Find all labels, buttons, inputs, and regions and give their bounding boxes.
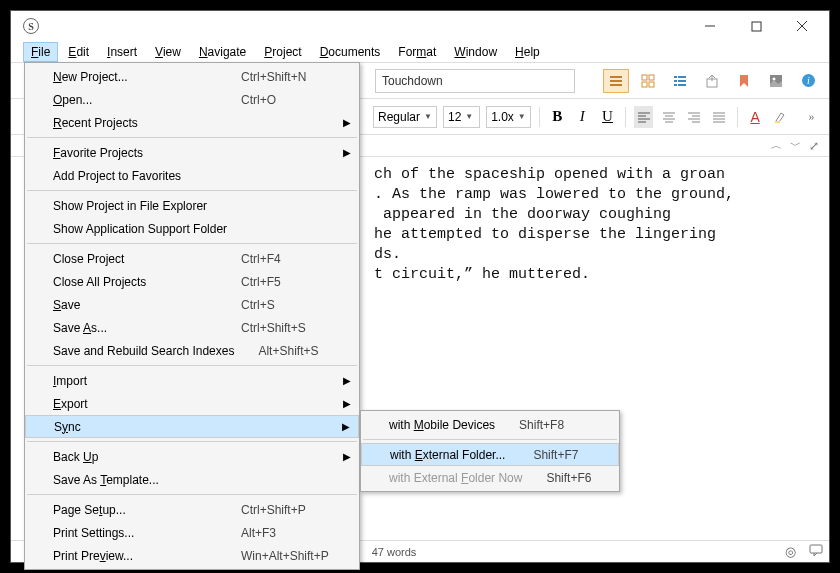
highlight-button[interactable] <box>771 106 790 128</box>
file-menu-item[interactable]: New Project...Ctrl+Shift+N <box>25 65 359 88</box>
file-menu-item[interactable]: Favorite Projects▶ <box>25 141 359 164</box>
svg-rect-7 <box>642 75 647 80</box>
svg-rect-15 <box>674 84 677 86</box>
align-center-button[interactable] <box>659 106 678 128</box>
bookmark-icon[interactable] <box>731 69 757 93</box>
svg-rect-4 <box>610 76 622 78</box>
file-menu-item[interactable]: Sync▶ <box>25 415 359 438</box>
view-mode-outline-icon[interactable] <box>667 69 693 93</box>
target-icon[interactable]: ◎ <box>777 544 803 559</box>
svg-rect-16 <box>678 84 686 86</box>
sync-submenu: with Mobile DevicesShift+F8with External… <box>360 410 620 492</box>
align-left-button[interactable] <box>634 106 653 128</box>
file-menu-item[interactable]: Recent Projects▶ <box>25 111 359 134</box>
zoom-select[interactable]: 1.0x▼ <box>486 106 531 128</box>
chevron-down-icon[interactable]: ﹀ <box>790 138 801 153</box>
share-icon[interactable] <box>699 69 725 93</box>
menu-help[interactable]: Help <box>507 42 548 62</box>
svg-point-19 <box>773 77 776 80</box>
svg-rect-5 <box>610 80 622 82</box>
file-menu-item[interactable]: Print Settings...Alt+F3 <box>25 521 359 544</box>
file-menu-item[interactable]: Close All ProjectsCtrl+F5 <box>25 270 359 293</box>
file-menu-item[interactable]: Page Setup...Ctrl+Shift+P <box>25 498 359 521</box>
app-icon: S <box>23 18 39 34</box>
file-menu-item[interactable]: Export▶ <box>25 392 359 415</box>
font-style-select[interactable]: Regular▼ <box>373 106 437 128</box>
maximize-button[interactable] <box>733 11 779 41</box>
menu-project[interactable]: Project <box>256 42 309 62</box>
svg-rect-18 <box>770 75 782 87</box>
italic-button[interactable]: I <box>573 106 592 128</box>
titlebar: S <box>11 11 829 41</box>
bold-button[interactable]: B <box>548 106 567 128</box>
file-menu-item[interactable]: Open...Ctrl+O <box>25 88 359 111</box>
file-menu-item[interactable]: SaveCtrl+S <box>25 293 359 316</box>
file-menu-item[interactable]: Save and Rebuild Search IndexesAlt+Shift… <box>25 339 359 362</box>
file-menu: New Project...Ctrl+Shift+NOpen...Ctrl+OR… <box>24 62 360 570</box>
svg-rect-38 <box>775 121 780 123</box>
file-menu-item[interactable]: Show Application Support Folder <box>25 217 359 240</box>
view-mode-cork-icon[interactable] <box>635 69 661 93</box>
comment-icon[interactable] <box>803 544 829 559</box>
menu-window[interactable]: Window <box>446 42 505 62</box>
chevron-up-icon[interactable]: ︿ <box>771 138 782 153</box>
underline-button[interactable]: U <box>598 106 617 128</box>
file-menu-item[interactable]: Save As...Ctrl+Shift+S <box>25 316 359 339</box>
align-right-button[interactable] <box>684 106 703 128</box>
font-size-select[interactable]: 12▼ <box>443 106 480 128</box>
menu-navigate[interactable]: Navigate <box>191 42 254 62</box>
menu-insert[interactable]: Insert <box>99 42 145 62</box>
toolbar-overflow-button[interactable]: » <box>802 106 821 128</box>
menubar: FileEditInsertViewNavigateProjectDocumen… <box>11 41 829 63</box>
minimize-button[interactable] <box>687 11 733 41</box>
menu-format[interactable]: Format <box>390 42 444 62</box>
menu-documents[interactable]: Documents <box>312 42 389 62</box>
svg-text:i: i <box>807 75 810 86</box>
file-menu-item[interactable]: Print Preview...Win+Alt+Shift+P <box>25 544 359 567</box>
document-title-input[interactable]: Touchdown <box>375 69 575 93</box>
menu-file[interactable]: File <box>23 42 58 62</box>
sync-menu-item[interactable]: with Mobile DevicesShift+F8 <box>361 413 619 436</box>
submenu-arrow-icon: ▶ <box>342 421 350 432</box>
info-icon[interactable]: i <box>795 69 821 93</box>
file-menu-item[interactable]: Import▶ <box>25 369 359 392</box>
text-color-button[interactable]: A <box>745 106 764 128</box>
svg-rect-13 <box>674 80 677 82</box>
svg-rect-6 <box>610 84 622 86</box>
submenu-arrow-icon: ▶ <box>343 451 351 462</box>
sync-menu-item: with External Folder NowShift+F6 <box>361 466 619 489</box>
submenu-arrow-icon: ▶ <box>343 117 351 128</box>
sync-menu-item[interactable]: with External Folder...Shift+F7 <box>361 443 619 466</box>
svg-rect-1 <box>752 22 761 31</box>
svg-rect-17 <box>707 79 717 87</box>
svg-rect-39 <box>810 545 822 553</box>
expand-icon[interactable]: ⤢ <box>809 139 819 153</box>
align-justify-button[interactable] <box>709 106 728 128</box>
svg-rect-10 <box>649 82 654 87</box>
file-menu-item[interactable]: Show Project in File Explorer <box>25 194 359 217</box>
file-menu-item[interactable]: Back Up▶ <box>25 445 359 468</box>
close-button[interactable] <box>779 11 825 41</box>
file-menu-item[interactable]: Save As Template... <box>25 468 359 491</box>
submenu-arrow-icon: ▶ <box>343 375 351 386</box>
menu-edit[interactable]: Edit <box>60 42 97 62</box>
svg-rect-14 <box>678 80 686 82</box>
svg-rect-9 <box>642 82 647 87</box>
snapshot-icon[interactable] <box>763 69 789 93</box>
svg-rect-12 <box>678 76 686 78</box>
svg-point-20 <box>802 74 815 87</box>
view-mode-editor-icon[interactable] <box>603 69 629 93</box>
file-menu-item[interactable]: Close ProjectCtrl+F4 <box>25 247 359 270</box>
submenu-arrow-icon: ▶ <box>343 398 351 409</box>
menu-view[interactable]: View <box>147 42 189 62</box>
svg-rect-8 <box>649 75 654 80</box>
file-menu-item[interactable]: Add Project to Favorites <box>25 164 359 187</box>
svg-rect-11 <box>674 76 677 78</box>
submenu-arrow-icon: ▶ <box>343 147 351 158</box>
